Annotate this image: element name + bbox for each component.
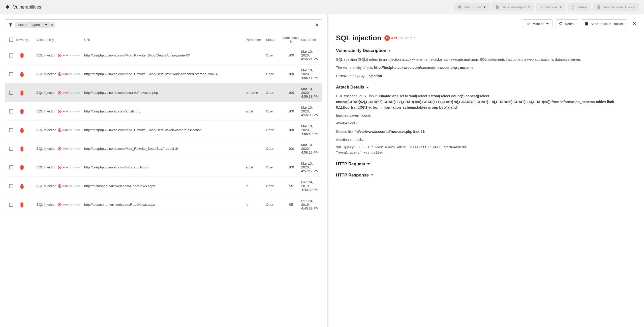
severity-high-icon xyxy=(19,109,25,114)
vuln-confidence: 100 xyxy=(281,53,301,57)
severity-high-icon xyxy=(19,165,25,170)
table-row[interactable]: SQL injection ACUSENSORhttp://testphp.vu… xyxy=(5,83,322,102)
vuln-url: http://testphp.vulnweb.com/Mod_Rewrite_S… xyxy=(84,72,246,76)
col-vulnerability[interactable]: Vulnerability xyxy=(36,38,84,42)
close-detail-icon[interactable]: ✕ xyxy=(632,20,636,27)
vuln-confidence: 100 xyxy=(281,128,301,132)
vuln-status: Open xyxy=(266,203,281,206)
row-checkbox[interactable] xyxy=(9,109,13,113)
desc-text: SQL injection (SQLi) refers to an inject… xyxy=(336,57,636,62)
acusensor-dot-icon xyxy=(58,72,62,76)
detail-retest-button[interactable]: Retest xyxy=(555,19,578,28)
col-severity[interactable]: Severity ↓ xyxy=(16,38,36,42)
row-checkbox[interactable] xyxy=(9,165,13,169)
clipboard-icon xyxy=(597,5,601,9)
table-row[interactable]: SQL injection ACUSENSORhttp://testaspnet… xyxy=(5,177,322,195)
row-checkbox[interactable] xyxy=(9,72,13,76)
vuln-name: SQL injection xyxy=(36,165,56,169)
table-row[interactable]: SQL injection ACUSENSORhttp://testphp.vu… xyxy=(5,121,322,139)
col-status[interactable]: Status xyxy=(266,38,281,42)
section-http-request[interactable]: HTTP Request xyxy=(336,162,636,167)
refresh-icon xyxy=(572,5,576,9)
vuln-last-seen: Mar 10, 2020, 4:56:41 PM xyxy=(301,68,321,80)
generate-report-button[interactable]: Generate Report xyxy=(492,3,534,11)
caret-up-icon xyxy=(388,50,391,51)
table-row[interactable]: SQL injection ACUSENSORhttp://testphp.vu… xyxy=(5,139,322,158)
mark-as-button[interactable]: Mark as xyxy=(536,3,566,11)
vuln-last-seen: Dec 24, 2019, 4:40:39 PM xyxy=(301,199,321,210)
topbar-actions: WAF Export Generate Report Mark as Retes… xyxy=(454,3,639,11)
vuln-last-seen: Dec 24, 2019, 4:40:30 PM xyxy=(301,180,321,192)
close-icon[interactable]: ✕ xyxy=(50,22,54,27)
vuln-name: SQL injection xyxy=(36,147,56,151)
table-body: SQL injection ACUSENSORhttp://testphp.vu… xyxy=(5,46,322,214)
table-row[interactable]: SQL injection ACUSENSORhttp://testphp.vu… xyxy=(5,46,322,65)
severity-high-icon xyxy=(19,202,25,207)
col-confidence[interactable]: Confidence % xyxy=(281,36,301,43)
refresh-icon xyxy=(559,22,563,26)
chevron-down-icon xyxy=(483,7,486,8)
attack-payload-text: URL encoded POST input uuname was set to… xyxy=(336,93,636,110)
filter-icon[interactable] xyxy=(8,23,13,27)
vuln-name: SQL injection xyxy=(36,72,56,76)
vuln-last-seen: Mar 10, 2020, 4:58:12 PM xyxy=(301,143,321,154)
vulnerability-table: Severity ↓ Vulnerability URL Parameter S… xyxy=(5,33,322,214)
table-row[interactable]: SQL injection ACUSENSORhttp://testphp.vu… xyxy=(5,102,322,121)
row-checkbox[interactable] xyxy=(9,184,13,188)
col-last-seen[interactable]: Last Seen xyxy=(301,38,321,42)
waf-export-button[interactable]: WAF Export xyxy=(454,3,489,11)
source-file-text: Source file: /hj/var/www//secured/newuse… xyxy=(336,129,636,134)
vuln-url: http://testaspnet.vulnweb.com/ReadNews.a… xyxy=(84,184,246,188)
topbar: Vulnerabilities WAF Export Generate Repo… xyxy=(0,0,644,14)
additional-details-mono: SQL query: SELECT * FROM users WHERE una… xyxy=(336,145,636,156)
vuln-status: Open xyxy=(266,72,281,76)
severity-high-icon xyxy=(19,90,25,96)
vuln-url: http://testphp.vulnweb.com/Mod_Rewrite_S… xyxy=(84,147,246,151)
section-http-response[interactable]: HTTP Response xyxy=(336,173,636,178)
row-checkbox[interactable] xyxy=(9,53,13,57)
acusensor-dot-icon xyxy=(58,184,62,188)
vuln-status: Open xyxy=(266,147,281,151)
retest-button[interactable]: Retest xyxy=(568,3,591,11)
row-checkbox[interactable] xyxy=(9,128,13,132)
vuln-status: Open xyxy=(266,128,281,132)
additional-details-label: Additional details: xyxy=(336,137,636,142)
vuln-url: http://testphp.vulnweb.com/artists.php xyxy=(84,109,246,113)
send-tracker-button[interactable]: Send To Issue Tracker xyxy=(593,3,639,11)
acusensor-dot-icon xyxy=(58,166,62,169)
detail-title: SQL injection xyxy=(336,34,381,42)
section-attack-details[interactable]: Attack Details xyxy=(336,85,636,90)
vuln-url: http://testphp.vulnweb.com/listproducts.… xyxy=(84,165,246,169)
detail-mark-as-button[interactable]: Mark as xyxy=(523,19,553,28)
row-checkbox[interactable] xyxy=(9,147,13,151)
col-parameter[interactable]: Parameter xyxy=(246,38,266,42)
table-row[interactable]: SQL injection ACUSENSORhttp://testphp.vu… xyxy=(5,158,322,177)
vuln-url: http://testaspnet.vulnweb.com/ReadNews.a… xyxy=(84,203,246,206)
row-checkbox[interactable] xyxy=(9,91,13,95)
caret-down-icon xyxy=(371,174,373,176)
filter-chip-status[interactable]: Status Open ✕ xyxy=(15,22,55,28)
chevron-down-icon xyxy=(560,7,562,8)
table-row[interactable]: SQL injection ACUSENSORhttp://testphp.vu… xyxy=(5,65,322,83)
severity-high-icon xyxy=(19,183,25,189)
vuln-confidence: 100 xyxy=(281,72,301,76)
section-vuln-desc[interactable]: Vulnerability Description xyxy=(336,48,636,53)
clipboard-icon xyxy=(585,22,589,26)
acusensor-badge: ACUSENSOR xyxy=(58,128,80,132)
vuln-name: SQL injection xyxy=(36,53,56,57)
chevron-down-icon[interactable] xyxy=(45,24,47,25)
vuln-confidence: 95 xyxy=(281,184,301,188)
caret-up-icon xyxy=(366,87,369,88)
briefcase-icon xyxy=(458,5,462,9)
table-row[interactable]: SQL injection ACUSENSORhttp://testaspnet… xyxy=(5,195,322,214)
row-checkbox[interactable] xyxy=(9,203,13,207)
injected-pattern-value: 4CudoF1vVtZ xyxy=(336,121,636,126)
detail-send-tracker-button[interactable]: Send To Issue Tracker xyxy=(581,19,627,28)
col-url[interactable]: URL xyxy=(84,38,246,42)
main: Status Open ✕ ✕ Severity ↓ Vulnerability… xyxy=(0,14,644,327)
select-all-checkbox[interactable] xyxy=(9,38,13,42)
document-icon xyxy=(495,5,499,9)
vuln-status: Open xyxy=(266,184,281,188)
acusensor-badge: ACUSENSOR xyxy=(58,147,80,151)
clear-filters-icon[interactable]: ✕ xyxy=(315,22,319,28)
